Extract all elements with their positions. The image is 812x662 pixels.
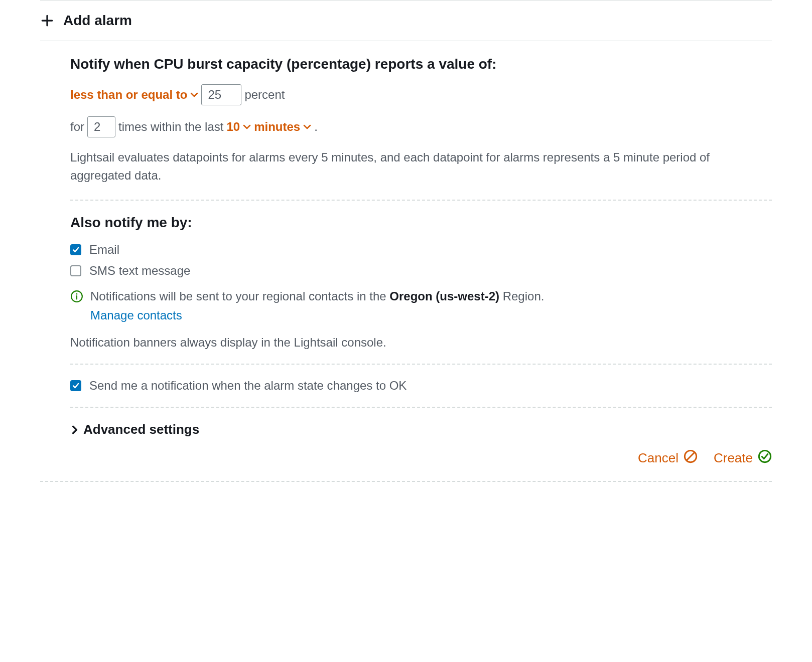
for-label: for	[70, 120, 84, 134]
period-value-label: 10	[226, 120, 240, 134]
svg-line-6	[687, 452, 695, 460]
advanced-settings-toggle[interactable]: Advanced settings	[70, 422, 772, 437]
svg-point-4	[76, 293, 78, 295]
bottom-divider	[40, 481, 772, 482]
advanced-settings-label: Advanced settings	[83, 422, 199, 437]
cancel-icon	[684, 449, 698, 467]
times-input[interactable]	[87, 116, 115, 137]
cancel-label: Cancel	[638, 450, 679, 466]
region-notice-suffix: Region.	[499, 289, 544, 303]
times-label: times within the last	[118, 120, 223, 134]
create-button[interactable]: Create	[714, 449, 772, 467]
manage-contacts-link[interactable]: Manage contacts	[90, 307, 182, 324]
eval-note: Lightsail evaluates datapoints for alarm…	[70, 148, 772, 185]
info-icon	[70, 290, 83, 303]
operator-label: less than or equal to	[70, 88, 187, 102]
divider	[70, 200, 772, 201]
check-circle-icon	[758, 449, 772, 467]
chevron-down-icon	[190, 91, 198, 99]
create-label: Create	[714, 450, 753, 466]
add-alarm-button[interactable]: Add alarm	[40, 1, 772, 41]
cancel-button[interactable]: Cancel	[638, 449, 698, 467]
chevron-down-icon	[243, 123, 251, 131]
banner-note: Notification banners always display in t…	[70, 336, 772, 350]
email-label: Email	[89, 243, 119, 257]
ok-notify-label: Send me a notification when the alarm st…	[89, 379, 407, 393]
operator-dropdown[interactable]: less than or equal to	[70, 88, 198, 102]
period-unit-dropdown[interactable]: minutes	[254, 120, 311, 134]
region-notice-prefix: Notifications will be sent to your regio…	[90, 289, 389, 303]
divider	[70, 364, 772, 365]
period-suffix: .	[314, 120, 318, 134]
sms-label: SMS text message	[89, 264, 190, 278]
email-checkbox[interactable]	[70, 244, 81, 255]
period-unit-label: minutes	[254, 120, 300, 134]
threshold-input[interactable]	[201, 84, 241, 105]
svg-point-7	[759, 451, 770, 462]
unit-label: percent	[244, 88, 285, 102]
also-notify-heading: Also notify me by:	[70, 215, 772, 231]
divider	[70, 407, 772, 408]
region-name: Oregon (us-west-2)	[389, 289, 499, 303]
add-alarm-label: Add alarm	[63, 13, 132, 29]
notify-heading: Notify when CPU burst capacity (percenta…	[70, 56, 772, 72]
chevron-right-icon	[70, 425, 79, 434]
period-value-dropdown[interactable]: 10	[226, 120, 251, 134]
sms-checkbox[interactable]	[70, 265, 81, 276]
chevron-down-icon	[303, 123, 311, 131]
plus-icon	[40, 14, 54, 28]
ok-notify-checkbox[interactable]	[70, 380, 81, 391]
